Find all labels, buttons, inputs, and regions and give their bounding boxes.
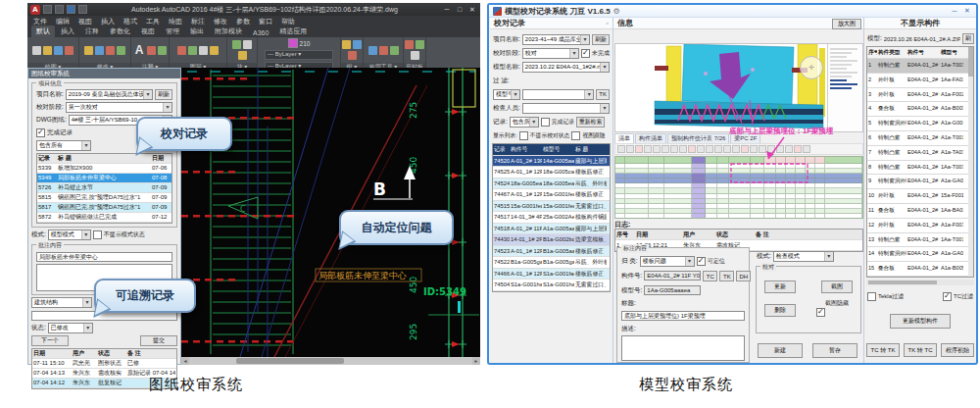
ribbon-tool-icon[interactable]: [106, 46, 115, 55]
table-row[interactable]: 6 特制凸窗 E04A-01_2# 9F Y A1a-T001: [867, 131, 973, 146]
locatable-checkbox[interactable]: [697, 257, 706, 266]
ribbon-tool-icon[interactable]: [147, 46, 156, 55]
refresh-button[interactable]: 刷新: [155, 89, 172, 100]
table-row[interactable]: 8 特制凸窗 E04A-01_2# 3F Y 1Aa-T003: [867, 161, 973, 176]
table-row[interactable]: 74466 A-01_1# 12F YGC S1a-G001faeba 楼板筋修…: [493, 269, 610, 280]
table-row[interactable]: 74524 18a-G005eadba 18a-G005eaeba 吊筋、外叶板…: [493, 178, 610, 190]
table-row[interactable]: 14 特制窗洞外叶调整 E04A-01_2# 1F Y A1a-GA03: [867, 247, 973, 262]
note-title-input[interactable]: 局部板筋未伸至梁中心: [36, 252, 172, 262]
submit-button[interactable]: 提交: [140, 335, 177, 346]
ribbon-tool-icon[interactable]: [379, 46, 388, 55]
component-type-select[interactable]: 模型号: [493, 89, 520, 100]
ribbon-tab[interactable]: 参数化: [105, 26, 135, 37]
new-button[interactable]: 新建: [758, 343, 803, 358]
ribbon-tool-icon[interactable]: [32, 46, 41, 55]
ribbon-tool-icon[interactable]: [348, 51, 357, 60]
toolbar-icon[interactable]: [617, 145, 625, 153]
table-row[interactable]: 5 特制窗洞外叶调整 E04A-01_2# 5F Y A1a-G001: [867, 117, 973, 131]
close-button[interactable]: ✕: [962, 7, 972, 15]
toolbar-icon[interactable]: [679, 145, 687, 153]
tk-button[interactable]: TK: [596, 89, 610, 100]
ribbon-tool-icon[interactable]: [342, 40, 351, 49]
menu-item[interactable]: 参数: [236, 17, 250, 26]
toolbar-icon[interactable]: [706, 145, 713, 153]
record-table[interactable]: 记录标 题日期 5339 板增加2X900 07-06 5349 局部板筋未伸至…: [36, 153, 172, 224]
table-row[interactable]: 12 外叶板 E04A-01_2# 11F A1a-F003: [867, 219, 973, 233]
toolbar-icon[interactable]: [653, 145, 661, 153]
menu-item[interactable]: 视图: [78, 17, 92, 26]
record-filter-select[interactable]: 包含所有: [510, 117, 539, 128]
navigation-wheel[interactable]: ✛: [800, 56, 823, 79]
menu-item[interactable]: 插入: [101, 17, 115, 26]
toolbar-icon[interactable]: [785, 145, 793, 153]
checker-select[interactable]: [522, 103, 610, 114]
menu-item[interactable]: 帮助: [281, 17, 295, 26]
close-button[interactable]: ✕: [467, 6, 477, 14]
toolbar-icon[interactable]: [732, 145, 740, 153]
tk-button[interactable]: TK: [719, 271, 734, 281]
menu-item[interactable]: 工具: [146, 17, 160, 26]
ribbon-tool-icon[interactable]: [84, 46, 93, 55]
follow-view-checkbox[interactable]: [571, 131, 580, 140]
ribbon-tool-icon[interactable]: [416, 40, 424, 49]
refresh-button[interactable]: 刷: [962, 33, 974, 44]
save-button[interactable]: 暂存: [812, 343, 858, 358]
dh-button[interactable]: DH: [736, 271, 751, 281]
toolbar-icon[interactable]: [750, 145, 758, 153]
table-row[interactable]: 74517 14-01_3# 4F YGC 25a-G002Aebea 模板构件…: [493, 212, 610, 224]
ribbon-tab[interactable]: 管理: [161, 26, 184, 37]
toolbar-icon[interactable]: [688, 145, 696, 153]
toolbar-icon[interactable]: [626, 145, 634, 153]
project-select[interactable]: 2019-09 秦皇岛融创茂总体设: [66, 89, 153, 100]
table-row[interactable]: 10 外叶板 E04A-01_2# 12F 15a-F001: [867, 189, 973, 204]
scroll-right-icon[interactable]: ►: [472, 357, 480, 365]
menu-item[interactable]: 绘图: [169, 17, 182, 26]
mode-select[interactable]: 检查模式: [773, 251, 834, 262]
model-record-table[interactable]: 记录构件号模型号标 题 74520 A-01_2# 13F YGC 14a-G0…: [492, 143, 611, 292]
hide-shot-checkbox[interactable]: [816, 308, 825, 317]
properties-palette[interactable]: [827, 44, 862, 131]
toolbar-icon[interactable]: [635, 145, 643, 153]
table-vertical-scrollbar[interactable]: [968, 47, 973, 277]
toolbar-icon[interactable]: [759, 145, 766, 153]
canvas-horizontal-scrollbar[interactable]: ◄ ►: [181, 357, 480, 365]
toolbar-icon[interactable]: [803, 145, 810, 153]
table-row[interactable]: 5817 钢筋图已完,按"预埋DA75过水"1 07-09: [37, 203, 172, 213]
ribbon-tool-icon[interactable]: [390, 46, 399, 55]
next-button[interactable]: 下一个: [31, 335, 69, 346]
component-filter-select[interactable]: [522, 89, 594, 100]
ribbon-tab[interactable]: 插入: [56, 26, 79, 37]
minimize-button[interactable]: ─: [950, 8, 959, 15]
toolbar-icon[interactable]: [697, 145, 705, 153]
menu-item[interactable]: 窗口: [259, 17, 272, 26]
tk-to-tc-button[interactable]: TK 转 TC: [904, 343, 937, 357]
refresh-button[interactable]: 刷新: [592, 34, 610, 45]
ribbon-tab[interactable]: 精选应用: [274, 26, 312, 37]
table-row[interactable]: 5872 补马镫钢筋做法已完成 07-12: [37, 213, 172, 223]
sheet-tab[interactable]: 预制构件统计表 7/26: [667, 133, 729, 143]
toolbar-icon[interactable]: [723, 145, 731, 153]
ribbon-tab[interactable]: 注释: [80, 26, 104, 37]
toolbar-icon[interactable]: [794, 145, 802, 153]
done-checkbox[interactable]: [541, 118, 550, 127]
ribbon-tool-icon[interactable]: A: [134, 46, 145, 55]
ribbon-tab[interactable]: 输出: [185, 26, 209, 37]
ribbon-tool-icon[interactable]: [210, 46, 219, 55]
table-row[interactable]: 74467 A-01_1# 12F YGC 15a-G001feaba 楼板筋修…: [493, 189, 610, 201]
table-row[interactable]: 2 外叶板 E04A-01_2# 9F Y 1Aa-FA01: [867, 74, 973, 88]
ribbon-tool-icon[interactable]: [238, 51, 247, 60]
update-components-button[interactable]: 更新模型构件: [890, 314, 951, 329]
mode-select[interactable]: 模型模式: [48, 230, 91, 240]
tc-button[interactable]: TC: [703, 271, 717, 281]
table-row[interactable]: 74522 B1a-G005gaaba B1a-G005gaaba 吊筋、外叶板…: [493, 257, 610, 269]
research-button[interactable]: 重新检索: [576, 117, 605, 128]
enlarge-view-button[interactable]: 放大图: [832, 19, 861, 29]
category-select[interactable]: 楼板问题: [640, 256, 695, 267]
sheet-tab[interactable]: 清单: [614, 133, 634, 143]
init-button[interactable]: 程序初始: [941, 343, 974, 357]
ribbon-tab[interactable]: A360: [248, 28, 273, 37]
tekla-filter-checkbox[interactable]: [867, 292, 876, 301]
table-row[interactable]: 07-11 15:10 武光亮 图形状态 已修: [32, 359, 176, 369]
menu-item[interactable]: 文件: [33, 17, 47, 26]
pin-icon[interactable]: ▫: [607, 18, 609, 29]
